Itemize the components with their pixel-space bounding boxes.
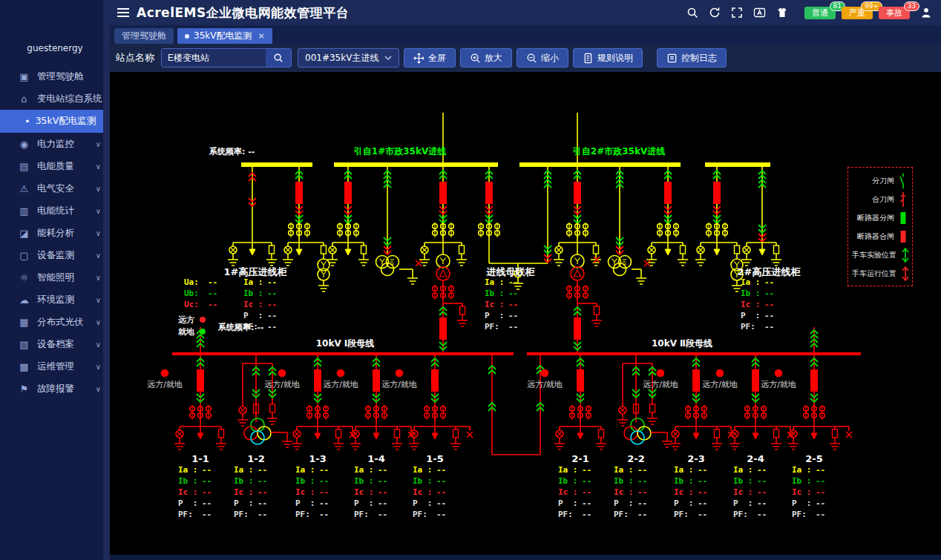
feeder-remote-local-label: 远方/就地 [761, 379, 796, 390]
alarm-badges: 普通81严重99+事故33 [799, 7, 910, 19]
energy-statistics-icon: ▥ [18, 205, 30, 217]
smart-lighting-icon: ☼ [18, 272, 30, 283]
alarm-chip-normal[interactable]: 普通81 [804, 7, 836, 19]
feeder-name: 2-2 [627, 453, 645, 464]
sidebar-item-energy-analysis[interactable]: ◪能耗分析∨ [0, 222, 110, 244]
voltage-metrics: Ua:--Ub:--Uc:-- [184, 277, 217, 310]
feeder-metrics: Ia :--Ib :--Ic :--P :--PF:-- [674, 464, 707, 520]
top-header: AcrelEMS企业微电网能效管理平台 普通81严重99+事故33 [110, 0, 941, 25]
feeder-name: 1-2 [247, 453, 265, 464]
om-management-icon: ▩ [18, 361, 30, 372]
zoom-in-button[interactable]: 放大 [460, 48, 512, 67]
line-select-dropdown[interactable]: 001#35kV主进线 [298, 48, 399, 67]
device-monitoring-icon: ▢ [18, 250, 30, 261]
sidebar-item-device-archive[interactable]: ▧设备档案∨ [0, 333, 110, 355]
sidebar-item-power-monitoring[interactable]: ◉电力监控∨ [0, 133, 110, 155]
tab-management-cockpit[interactable]: 管理驾驶舱 [114, 28, 174, 44]
knife-open-icon [898, 173, 908, 189]
feeder-name: 2-5 [805, 453, 823, 464]
feeder-name: 1-5 [426, 453, 444, 464]
cabinet-metrics: Ia :--Ib :--Ic :--P :--PF:-- [485, 277, 518, 332]
tab-active-dot [185, 34, 189, 39]
translate-icon[interactable] [753, 7, 766, 19]
feeder-metrics: Ia :--Ib :--Ic :--P :--PF:-- [413, 464, 446, 520]
sidebar-menu: ▣管理驾驶舱⌂变电站综自系统∧•35kV配电监测◉电力监控∨▤电能质量∨⚠电气安… [0, 65, 110, 400]
management-cockpit-icon: ▣ [18, 71, 30, 82]
station-name-input[interactable] [162, 49, 266, 67]
alarm-chip-severe[interactable]: 严重99+ [842, 7, 873, 19]
system-frequency: 系统频率: -- [209, 146, 255, 157]
sidebar-item-substation-automation[interactable]: ⌂变电站综自系统∧ [0, 88, 110, 110]
feeder-remote-local-label: 远方/就地 [643, 379, 678, 390]
sidebar-item-om-management[interactable]: ▩运维管理∨ [0, 355, 110, 378]
header-icons: 普通81严重99+事故33 [686, 7, 932, 19]
tab-35kv-distribution[interactable]: 35kV配电监测× [177, 28, 272, 44]
feeder-metrics: Ia :--Ib :--Ic :--P :--PF:-- [558, 464, 591, 520]
chevron-down-icon: ∨ [96, 185, 101, 193]
refresh-icon[interactable] [709, 7, 721, 19]
chevron-down-icon: ∨ [96, 162, 101, 171]
cabinet-metrics: Ia :--Ib :--Ic :--P :--PF:-- [741, 277, 774, 332]
remote-local-indicator: 远方就地 [178, 314, 206, 337]
sidebar-item-device-monitoring[interactable]: ▢设备监测∨ [0, 244, 110, 266]
rules-icon [583, 53, 594, 64]
sidebar-item-electrical-safety[interactable]: ⚠电气安全∨ [0, 177, 110, 200]
feeder-name: 2-1 [571, 453, 589, 464]
feeder-remote-local-label: 远方/就地 [323, 379, 358, 390]
system-frequency-2: 系统频率: -- [218, 322, 263, 333]
station-search-button[interactable] [266, 49, 291, 67]
zoom-in-icon [470, 53, 481, 64]
sidebar-item-smart-lighting[interactable]: ☼智能照明∨ [0, 266, 110, 289]
sidebar-item-fault-alarm[interactable]: ⚑故障报警∨ [0, 378, 110, 400]
electrical-safety-icon: ⚠ [18, 183, 30, 194]
feeder-metrics: Ia :--Ib :--Ic :--P :--PF:-- [733, 464, 767, 520]
chevron-down-icon: ∨ [96, 363, 101, 371]
chevron-down-icon: ∨ [96, 385, 101, 393]
feeder-name: 1-4 [367, 453, 385, 464]
feeder-remote-local-label: 远方/就地 [147, 379, 183, 390]
control-log-button[interactable]: 控制日志 [657, 48, 727, 67]
single-line-diagram-canvas[interactable]: 系统频率: --引自1#市政35kV进线引自2#市政35kV进线1#高压进线柜进… [110, 72, 941, 555]
chevron-down-icon: ∨ [96, 296, 101, 304]
toolbar-buttons: 全屏放大缩小规则说明控制日志 [404, 48, 727, 67]
feeder-remote-local-label: 远方/就地 [702, 379, 738, 390]
feeder-metrics: Ia :--Ib :--Ic :--P :--PF:-- [178, 464, 212, 520]
power-monitoring-icon: ◉ [18, 139, 30, 150]
sidebar-item-power-quality[interactable]: ▤电能质量∨ [0, 155, 110, 177]
substation-automation-icon: ⌂ [18, 93, 30, 105]
fault-alarm-icon: ⚑ [18, 383, 30, 395]
hamburger-menu-icon[interactable] [117, 7, 129, 18]
sidebar-item-energy-statistics[interactable]: ▥电能统计∨ [0, 200, 110, 222]
tab-close-icon[interactable]: × [258, 31, 264, 41]
chevron-down-icon: ∨ [96, 318, 101, 326]
chevron-down-icon [384, 56, 392, 60]
knife-closed-icon [898, 191, 908, 208]
chevron-down-icon: ∨ [96, 251, 101, 260]
station-search [161, 48, 292, 67]
main-area: AcrelEMS企业微电网能效管理平台 普通81严重99+事故33 管理驾驶舱3… [110, 0, 941, 560]
bullet-icon: • [24, 116, 30, 127]
search-icon [273, 53, 283, 63]
sidebar-item-distributed-pv[interactable]: ▦分布式光伏∨ [0, 311, 110, 333]
legend: 分刀闸合刀闸断路器分闸断路器合闸手车实验位置手车运行位置 [847, 167, 913, 286]
rules-button[interactable]: 规则说明 [573, 48, 643, 67]
chevron-down-icon: ∨ [96, 340, 101, 349]
tab-bar: 管理驾驶舱35kV配电监测× [110, 25, 941, 44]
theme-icon[interactable] [776, 7, 788, 19]
feeder-metrics: Ia :--Ib :--Ic :--P :--PF:-- [792, 464, 825, 520]
feeder-metrics: Ia :--Ib :--Ic :--P :--PF:-- [614, 464, 647, 520]
feeder-metrics: Ia :--Ib :--Ic :--P :--PF:-- [234, 464, 267, 520]
search-icon[interactable] [686, 7, 698, 19]
zoom-out-button[interactable]: 缩小 [517, 48, 568, 67]
sidebar: guestenergy ▣管理驾驶舱⌂变电站综自系统∧•35kV配电监测◉电力监… [0, 0, 110, 560]
remote-status-dot [200, 317, 206, 323]
sidebar-item-35kv-distribution-monitor[interactable]: •35kV配电监测 [0, 110, 110, 133]
bus-2-label: 10kV Ⅱ段母线 [652, 337, 712, 350]
sidebar-item-environment-monitoring[interactable]: ☁环境监测∨ [0, 289, 110, 311]
fullscreen-icon[interactable] [731, 7, 743, 19]
sidebar-item-management-cockpit[interactable]: ▣管理驾驶舱 [0, 65, 110, 88]
alarm-chip-accident[interactable]: 事故33 [879, 7, 910, 19]
user-icon[interactable] [920, 7, 932, 19]
fullscreen-button[interactable]: 全屏 [404, 48, 456, 67]
handcart-test-icon [900, 247, 911, 263]
